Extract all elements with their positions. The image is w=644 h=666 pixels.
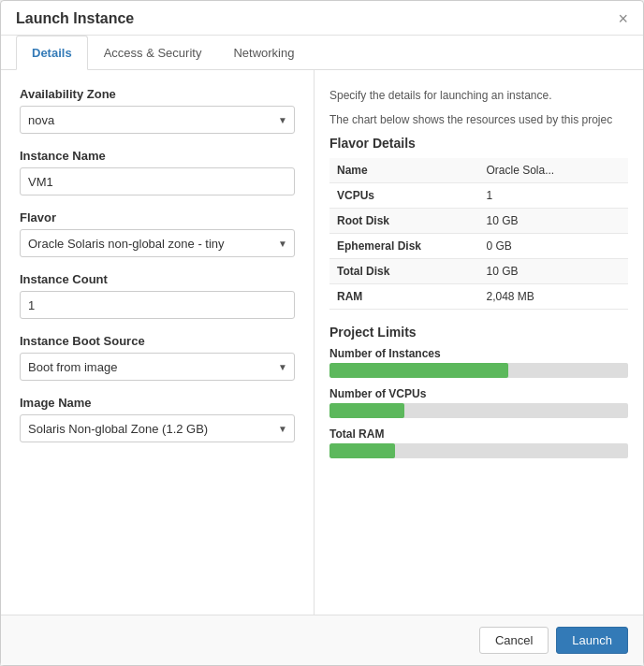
image-name-select[interactable]: Solaris Non-global Zone (1.2 GB) <box>20 414 295 442</box>
tab-access-security[interactable]: Access & Security <box>88 36 218 70</box>
flavor-key: RAM <box>329 284 479 310</box>
right-panel: Specify the details for launching an ins… <box>315 70 643 615</box>
flavor-value: 1 <box>479 183 629 209</box>
tab-bar: Details Access & Security Networking <box>1 36 643 70</box>
dialog-body: Availability Zone nova ▼ Instance Name F… <box>1 70 643 615</box>
table-row: Name Oracle Sola... <box>329 158 628 183</box>
cancel-button[interactable]: Cancel <box>479 627 549 654</box>
instance-name-label: Instance Name <box>20 149 295 163</box>
launch-instance-dialog: Launch Instance × Details Access & Secur… <box>0 0 644 666</box>
project-limits-title: Project Limits <box>329 325 628 340</box>
launch-button[interactable]: Launch <box>556 627 628 654</box>
flavor-value: 10 GB <box>479 209 629 234</box>
flavor-value: 0 GB <box>479 234 629 259</box>
limit-label: Total RAM <box>329 427 628 441</box>
limit-bar-bg <box>329 363 628 378</box>
limit-bar-fill <box>329 363 508 378</box>
limit-item: Total RAM <box>329 427 628 458</box>
flavor-key: Name <box>329 158 479 183</box>
limit-item: Number of VCPUs <box>329 387 628 418</box>
flavor-value: Oracle Sola... <box>479 158 629 183</box>
table-row: Root Disk 10 GB <box>329 209 628 234</box>
availability-zone-select[interactable]: nova <box>20 106 295 134</box>
info-text-1: Specify the details for launching an ins… <box>329 87 628 104</box>
table-row: Total Disk 10 GB <box>329 259 628 284</box>
dialog-header: Launch Instance × <box>1 1 643 36</box>
flavor-value: 2,048 MB <box>479 284 629 310</box>
instance-count-label: Instance Count <box>20 272 295 286</box>
flavor-details-title: Flavor Details <box>329 136 628 151</box>
instance-name-group: Instance Name <box>20 149 295 195</box>
image-name-wrapper: Solaris Non-global Zone (1.2 GB) ▼ <box>20 414 295 442</box>
availability-zone-label: Availability Zone <box>20 87 295 101</box>
limit-item: Number of Instances <box>329 347 628 378</box>
flavor-key: Total Disk <box>329 259 479 284</box>
flavor-table: Name Oracle Sola... VCPUs 1 Root Disk 10… <box>329 158 628 310</box>
instance-boot-source-select[interactable]: Boot from image <box>20 353 295 381</box>
flavor-label: Flavor <box>20 210 295 224</box>
limit-bar-bg <box>329 403 628 418</box>
instance-boot-source-group: Instance Boot Source Boot from image ▼ <box>20 334 295 381</box>
tab-networking[interactable]: Networking <box>217 36 310 70</box>
table-row: RAM 2,048 MB <box>329 284 628 310</box>
tab-details[interactable]: Details <box>16 36 88 70</box>
table-row: VCPUs 1 <box>329 183 628 209</box>
instance-boot-source-label: Instance Boot Source <box>20 334 295 348</box>
dialog-footer: Cancel Launch <box>1 615 643 665</box>
left-panel: Availability Zone nova ▼ Instance Name F… <box>1 70 315 615</box>
info-text-2: The chart below shows the resources used… <box>329 111 628 128</box>
instance-count-input[interactable] <box>20 291 295 319</box>
flavor-key: Ephemeral Disk <box>329 234 479 259</box>
dialog-title: Launch Instance <box>16 10 134 27</box>
flavor-key: Root Disk <box>329 209 479 234</box>
limit-label: Number of VCPUs <box>329 387 628 400</box>
flavor-select[interactable]: Oracle Solaris non-global zone - tiny <box>20 229 295 257</box>
limit-bar-bg <box>329 443 628 458</box>
limits-container: Number of Instances Number of VCPUs Tota… <box>329 347 628 458</box>
image-name-group: Image Name Solaris Non-global Zone (1.2 … <box>20 396 295 442</box>
flavor-key: VCPUs <box>329 183 479 209</box>
limit-label: Number of Instances <box>329 347 628 360</box>
close-icon[interactable]: × <box>618 10 628 27</box>
instance-boot-source-wrapper: Boot from image ▼ <box>20 353 295 381</box>
availability-zone-wrapper: nova ▼ <box>20 106 295 134</box>
availability-zone-group: Availability Zone nova ▼ <box>20 87 295 134</box>
image-name-label: Image Name <box>20 396 295 410</box>
instance-count-group: Instance Count <box>20 272 295 319</box>
flavor-wrapper: Oracle Solaris non-global zone - tiny ▼ <box>20 229 295 257</box>
table-row: Ephemeral Disk 0 GB <box>329 234 628 259</box>
limit-bar-fill <box>329 403 404 418</box>
flavor-value: 10 GB <box>479 259 629 284</box>
instance-name-input[interactable] <box>20 167 295 195</box>
limit-bar-fill <box>329 443 395 458</box>
flavor-group: Flavor Oracle Solaris non-global zone - … <box>20 210 295 257</box>
